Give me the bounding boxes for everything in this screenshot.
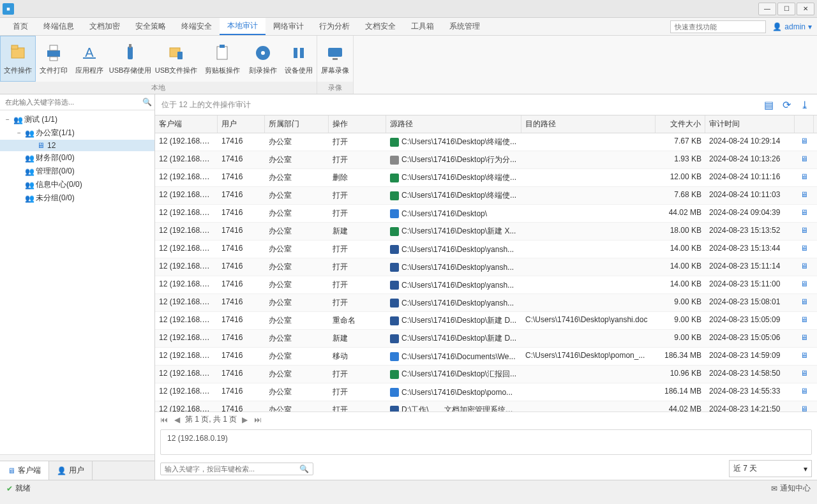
tree-icon: 👥: [25, 129, 34, 138]
tree-node-4[interactable]: 👥管理部(0/0): [0, 165, 154, 178]
table-row[interactable]: 12 (192.168.0.1...17416办公室打开C:\Users\174…: [155, 133, 817, 151]
ribbon-btn-USB存储使用[interactable]: USB存储使用: [107, 36, 153, 82]
search-icon[interactable]: 🔍: [299, 464, 309, 473]
grid-header-7[interactable]: 审计时间: [705, 115, 795, 133]
search-icon[interactable]: 🔍: [142, 98, 152, 107]
menu-item-4[interactable]: 终端安全: [174, 19, 220, 34]
ribbon-btn-文件打印[interactable]: 文件打印: [36, 36, 71, 82]
grid-header-3[interactable]: 操作: [329, 115, 386, 133]
grid-header-8[interactable]: [795, 115, 814, 133]
table-row[interactable]: 12 (192.168.0.1...17416办公室打开C:\Users\174…: [155, 258, 817, 276]
ribbon-btn-设备使用[interactable]: 设备使用: [281, 36, 317, 82]
cell-monitor-icon[interactable]: 🖥: [795, 294, 814, 311]
grid-header-6[interactable]: 文件大小: [656, 115, 705, 133]
cell-monitor-icon[interactable]: 🖥: [795, 348, 814, 365]
cell-monitor-icon[interactable]: 🖥: [795, 151, 814, 168]
tree-node-5[interactable]: 👥信息中心(0/0): [0, 178, 154, 191]
ribbon-btn-屏幕录像[interactable]: 屏幕录像: [317, 36, 353, 82]
tree-node-2[interactable]: 🖥12: [0, 140, 154, 151]
menu-item-2[interactable]: 文档加密: [82, 19, 128, 34]
ribbon-btn-剪贴板操作[interactable]: 剪贴板操作: [199, 36, 245, 82]
cell-monitor-icon[interactable]: 🖥: [795, 133, 814, 151]
table-row[interactable]: 12 (192.168.0.1...17416办公室删除C:\Users\174…: [155, 169, 817, 187]
tree-node-3[interactable]: 👥财务部(0/0): [0, 151, 154, 165]
pager-last[interactable]: ⏭: [253, 415, 263, 424]
table-row[interactable]: 12 (192.168.0.1...17416办公室打开C:\Users\174…: [155, 294, 817, 312]
cell-monitor-icon[interactable]: 🖥: [795, 330, 814, 347]
table-row[interactable]: 12 (192.168.0.1...17416办公室打开C:\Users\174…: [155, 276, 817, 294]
cell-op: 新建: [329, 223, 386, 240]
grid-header-4[interactable]: 源路径: [386, 115, 521, 133]
cell-src: C:\Users\17416\Desktop\新建 X...: [386, 223, 521, 240]
table-row[interactable]: 12 (192.168.0.1...17416办公室新建C:\Users\174…: [155, 330, 817, 348]
cell-client: 12 (192.168.0.1...: [155, 366, 218, 383]
global-search-input[interactable]: [670, 20, 766, 33]
cell-op: 打开: [329, 187, 386, 204]
tree-toggle[interactable]: −: [15, 130, 23, 137]
menu-item-10[interactable]: 系统管理: [442, 19, 488, 34]
cell-monitor-icon[interactable]: 🖥: [795, 366, 814, 383]
menu-item-5[interactable]: 本地审计: [220, 18, 266, 35]
table-row[interactable]: 12 (192.168.0.1...17416办公室打开C:\Users\174…: [155, 383, 817, 401]
pager-next[interactable]: ▶: [241, 415, 249, 424]
table-row[interactable]: 12 (192.168.0.1...17416办公室打开D:\工作\ 文档加密管…: [155, 401, 817, 411]
ribbon-btn-文件操作[interactable]: 文件操作: [0, 36, 36, 82]
keyword-input[interactable]: [165, 465, 299, 473]
export-icon[interactable]: ⤓: [798, 98, 811, 111]
menu-item-8[interactable]: 文档安全: [357, 19, 403, 34]
cell-dept: 办公室: [265, 294, 329, 311]
pager-prev[interactable]: ◀: [173, 415, 181, 424]
table-row[interactable]: 12 (192.168.0.1...17416办公室打开C:\Users\174…: [155, 366, 817, 383]
ribbon-btn-刻录操作[interactable]: 刻录操作: [245, 36, 281, 82]
table-row[interactable]: 12 (192.168.0.1...17416办公室打开C:\Users\174…: [155, 151, 817, 169]
tree-node-6[interactable]: 👥未分组(0/0): [0, 191, 154, 205]
grid-header-1[interactable]: 用户: [218, 115, 265, 133]
cell-time: 2024-08-24 09:04:39: [705, 205, 795, 222]
cell-monitor-icon[interactable]: 🖥: [795, 169, 814, 186]
list-view-icon[interactable]: ▤: [762, 98, 775, 111]
cell-monitor-icon[interactable]: 🖥: [795, 383, 814, 401]
cell-monitor-icon[interactable]: 🖥: [795, 223, 814, 240]
tree-node-1[interactable]: −👥办公室(1/1): [0, 126, 154, 140]
close-button[interactable]: ✕: [797, 3, 814, 15]
grid-body[interactable]: 12 (192.168.0.1...17416办公室打开C:\Users\174…: [155, 133, 817, 411]
menu-item-1[interactable]: 终端信息: [36, 19, 82, 34]
table-row[interactable]: 12 (192.168.0.1...17416办公室打开C:\Users\174…: [155, 187, 817, 205]
pager-first[interactable]: ⏮: [159, 415, 169, 424]
table-row[interactable]: 12 (192.168.0.1...17416办公室重命名C:\Users\17…: [155, 312, 817, 330]
ribbon-btn-应用程序[interactable]: A应用程序: [71, 36, 107, 82]
cell-monitor-icon[interactable]: 🖥: [795, 241, 814, 258]
cell-monitor-icon[interactable]: 🖥: [795, 312, 814, 329]
table-row[interactable]: 12 (192.168.0.1...17416办公室移动C:\Users\174…: [155, 348, 817, 366]
grid-header-5[interactable]: 目的路径: [521, 115, 656, 133]
sidebar-filter-input[interactable]: [3, 96, 142, 108]
cell-monitor-icon[interactable]: 🖥: [795, 401, 814, 411]
cell-monitor-icon[interactable]: 🖥: [795, 187, 814, 204]
table-row[interactable]: 12 (192.168.0.1...17416办公室新建C:\Users\174…: [155, 223, 817, 241]
tree-toggle[interactable]: −: [4, 116, 11, 123]
tree-node-0[interactable]: −👥测试 (1/1): [0, 113, 154, 126]
menu-item-6[interactable]: 网络审计: [266, 19, 311, 34]
grid-header-0[interactable]: 客户端: [155, 115, 218, 133]
table-row[interactable]: 12 (192.168.0.1...17416办公室打开C:\Users\174…: [155, 241, 817, 258]
cell-op: 打开: [329, 276, 386, 293]
refresh-icon[interactable]: ⟳: [780, 98, 793, 111]
maximize-button[interactable]: ☐: [777, 3, 795, 15]
time-range-select[interactable]: 近 7 天 ▾: [729, 460, 812, 477]
menu-item-9[interactable]: 工具箱: [403, 19, 442, 34]
cell-monitor-icon[interactable]: 🖥: [795, 205, 814, 222]
ribbon-label: 剪贴板操作: [205, 66, 240, 75]
ribbon-btn-USB文件操作[interactable]: USB文件操作: [153, 36, 199, 82]
menu-item-7[interactable]: 行为分析: [311, 19, 357, 34]
cell-monitor-icon[interactable]: 🖥: [795, 258, 814, 276]
cell-monitor-icon[interactable]: 🖥: [795, 276, 814, 293]
status-notify[interactable]: ✉ 通知中心: [771, 483, 811, 494]
minimize-button[interactable]: —: [758, 3, 776, 15]
table-row[interactable]: 12 (192.168.0.1...17416办公室打开C:\Users\174…: [155, 205, 817, 223]
sidebar-tab-user[interactable]: 👤 用户: [49, 461, 93, 480]
grid-header-2[interactable]: 所属部门: [265, 115, 329, 133]
user-menu[interactable]: 👤admin▾: [772, 22, 812, 31]
sidebar-tab-client[interactable]: 🖥 客户端: [0, 461, 49, 480]
menu-item-3[interactable]: 安全策略: [128, 19, 174, 34]
menu-item-0[interactable]: 首页: [5, 19, 36, 34]
